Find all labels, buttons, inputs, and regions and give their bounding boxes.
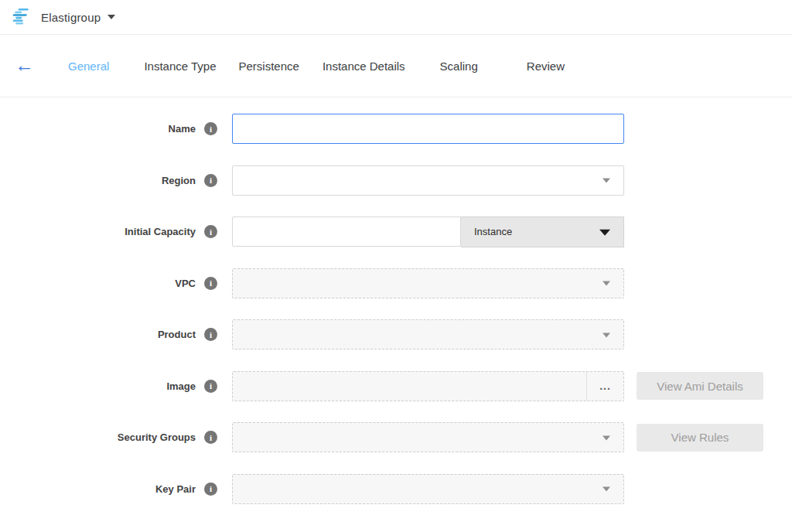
- key-pair-select: [232, 474, 624, 504]
- wizard-tabs: General Instance Type Persistence Instan…: [0, 60, 565, 73]
- key-pair-info-icon[interactable]: i: [204, 483, 217, 496]
- security-groups-select: [232, 422, 624, 452]
- view-ami-details-button[interactable]: View Ami Details: [637, 372, 763, 400]
- vpc-info-icon[interactable]: i: [204, 277, 217, 290]
- capacity-unit-value: Instance: [461, 226, 512, 237]
- image-info-icon[interactable]: i: [204, 380, 217, 393]
- security-groups-label: Security Groups: [118, 431, 196, 443]
- region-label: Region: [162, 175, 196, 186]
- browse-ellipsis-button[interactable]: ...: [587, 372, 623, 401]
- tab-scaling[interactable]: Scaling: [440, 60, 478, 73]
- topbar: Elastigroup: [0, 0, 792, 35]
- image-input: ...: [232, 371, 624, 401]
- chevron-down-icon: [603, 435, 610, 440]
- form-row-initial-capacity: Initial Capacity i Instance: [0, 217, 792, 247]
- tab-instance-details[interactable]: Instance Details: [323, 60, 405, 73]
- app-switcher-caret-icon[interactable]: [108, 15, 115, 19]
- form-row-image: Image i ... View Ami Details: [0, 371, 792, 401]
- capacity-unit-select[interactable]: Instance: [461, 217, 624, 247]
- product-info-icon[interactable]: i: [204, 328, 217, 341]
- chevron-down-icon: [603, 487, 610, 492]
- tab-review[interactable]: Review: [527, 60, 565, 73]
- view-rules-button[interactable]: View Rules: [637, 424, 763, 452]
- general-step-form: Name i Region i Initial Capacity i Insta…: [0, 97, 792, 504]
- region-select[interactable]: [232, 165, 624, 196]
- form-row-security-groups: Security Groups i View Rules: [0, 422, 792, 452]
- product-select: [232, 319, 624, 350]
- name-input[interactable]: [232, 114, 624, 144]
- initial-capacity-label: Initial Capacity: [125, 226, 196, 237]
- back-arrow-icon[interactable]: ←: [15, 56, 34, 75]
- form-row-region: Region i: [0, 165, 792, 196]
- key-pair-label: Key Pair: [155, 483, 196, 495]
- tab-persistence[interactable]: Persistence: [239, 60, 299, 73]
- chevron-down-icon: [603, 179, 610, 183]
- region-info-icon[interactable]: i: [204, 174, 217, 187]
- chevron-down-icon: [603, 332, 610, 337]
- form-row-vpc: VPC i: [0, 268, 792, 298]
- vpc-select: [232, 268, 624, 298]
- form-row-name: Name i: [0, 114, 792, 144]
- form-row-key-pair: Key Pair i: [0, 474, 792, 504]
- form-row-product: Product i: [0, 319, 792, 350]
- initial-capacity-info-icon[interactable]: i: [204, 225, 217, 238]
- product-label: Product: [158, 329, 196, 340]
- name-label: Name: [169, 123, 196, 135]
- tab-general[interactable]: General: [68, 60, 109, 73]
- name-info-icon[interactable]: i: [204, 122, 217, 135]
- chevron-down-icon: [599, 229, 610, 235]
- security-groups-info-icon[interactable]: i: [204, 431, 217, 444]
- image-label: Image: [166, 380, 196, 392]
- app-title[interactable]: Elastigroup: [41, 11, 101, 24]
- chevron-down-icon: [603, 281, 610, 286]
- initial-capacity-input[interactable]: [232, 217, 461, 247]
- vpc-label: VPC: [175, 278, 196, 289]
- wizard-tabbar: ← General Instance Type Persistence Inst…: [0, 35, 792, 97]
- elastigroup-logo-icon: [11, 8, 32, 26]
- tab-instance-type[interactable]: Instance Type: [144, 60, 216, 73]
